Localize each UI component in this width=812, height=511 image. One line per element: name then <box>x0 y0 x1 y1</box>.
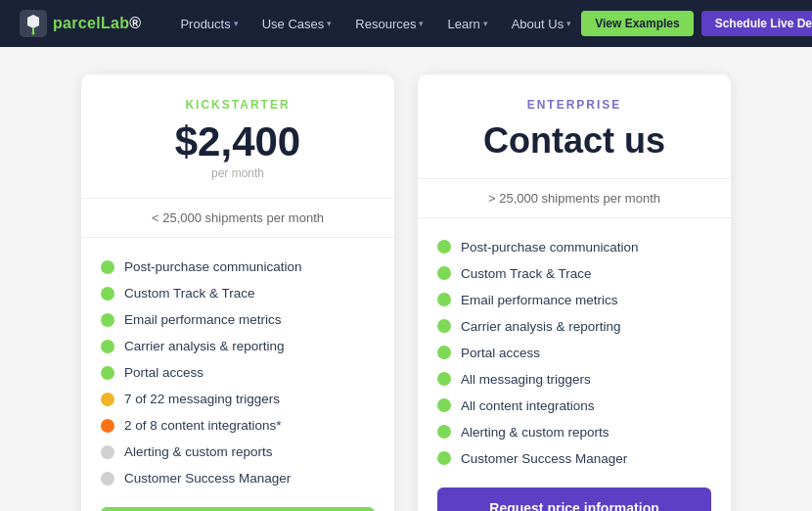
nav-about[interactable]: About Us ▾ <box>502 11 581 37</box>
feature-dot-green <box>101 260 114 274</box>
feature-item: Alerting & custom reports <box>101 439 375 465</box>
feature-dot-green <box>437 398 451 412</box>
feature-dot-green <box>101 366 114 380</box>
kickstarter-card: KICKSTARTER $2,400 per month < 25,000 sh… <box>81 74 394 511</box>
pricing-section: KICKSTARTER $2,400 per month < 25,000 sh… <box>0 47 812 511</box>
feature-item: Post-purchase communication <box>437 234 711 260</box>
feature-item: Customer Success Manager <box>437 445 711 472</box>
feature-dot-gray <box>101 445 114 459</box>
feature-item: All content integrations <box>437 393 711 419</box>
feature-dot-green <box>437 266 451 280</box>
feature-dot-green <box>437 293 451 306</box>
logo[interactable]: parcelLab® <box>20 10 141 37</box>
chevron-down-icon: ▾ <box>566 19 571 28</box>
kickstarter-header: KICKSTARTER $2,400 per month <box>81 74 394 199</box>
navbar: parcelLab® Products ▾ Use Cases ▾ Resour… <box>0 0 812 47</box>
view-examples-button[interactable]: View Examples <box>581 11 694 36</box>
kickstarter-price: $2,400 <box>101 121 375 163</box>
kickstarter-period: per month <box>101 166 375 180</box>
nav-use-cases[interactable]: Use Cases ▾ <box>252 11 342 37</box>
kickstarter-features: Post-purchase communication Custom Track… <box>81 238 394 507</box>
feature-dot-green <box>437 372 451 386</box>
feature-item: Alerting & custom reports <box>437 419 711 445</box>
enterprise-tier-label: ENTERPRISE <box>437 98 711 112</box>
kickstarter-cta-button[interactable]: Schedule live demo <box>101 507 375 511</box>
feature-item: Email performance metrics <box>437 287 711 313</box>
navbar-actions: View Examples Schedule Live Demo EN ▾ <box>581 11 812 36</box>
enterprise-features: Post-purchase communication Custom Track… <box>418 218 731 488</box>
chevron-down-icon: ▾ <box>419 19 424 28</box>
enterprise-header: ENTERPRISE Contact us <box>418 74 731 179</box>
svg-point-1 <box>32 32 35 35</box>
logo-icon <box>20 10 47 37</box>
chevron-down-icon: ▾ <box>234 19 239 28</box>
feature-item: Portal access <box>437 340 711 366</box>
schedule-demo-button[interactable]: Schedule Live Demo <box>701 11 812 36</box>
kickstarter-shipments: < 25,000 shipments per month <box>81 199 394 238</box>
nav-learn[interactable]: Learn ▾ <box>437 11 497 37</box>
feature-dot-green <box>437 346 451 359</box>
enterprise-card: ENTERPRISE Contact us > 25,000 shipments… <box>418 74 731 511</box>
enterprise-cta-button[interactable]: Request price information <box>437 488 711 511</box>
feature-dot-green <box>437 451 451 465</box>
enterprise-contact: Contact us <box>437 121 711 161</box>
navbar-links: Products ▾ Use Cases ▾ Resources ▾ Learn… <box>170 11 581 37</box>
feature-dot-green <box>437 425 451 439</box>
kickstarter-tier-label: KICKSTARTER <box>101 98 375 112</box>
feature-dot-green <box>101 287 114 301</box>
feature-item: Customer Success Manager <box>101 465 375 491</box>
feature-dot-orange <box>101 419 114 433</box>
logo-text: parcelLab® <box>53 15 141 32</box>
enterprise-shipments: > 25,000 shipments per month <box>418 179 731 218</box>
feature-dot-gray <box>101 472 114 486</box>
feature-dot-green <box>101 313 114 327</box>
feature-item: All messaging triggers <box>437 366 711 393</box>
feature-dot-green <box>101 340 114 353</box>
feature-item: Custom Track & Trace <box>437 260 711 287</box>
feature-item: Portal access <box>101 359 375 386</box>
feature-item: Carrier analysis & reporting <box>437 313 711 340</box>
chevron-down-icon: ▾ <box>327 19 332 28</box>
feature-item: Carrier analysis & reporting <box>101 333 375 359</box>
feature-item: 2 of 8 content integrations* <box>101 412 375 439</box>
feature-dot-yellow <box>101 393 114 406</box>
feature-item: Email performance metrics <box>101 306 375 333</box>
kickstarter-footer: Schedule live demo <box>81 507 394 511</box>
feature-item: Custom Track & Trace <box>101 280 375 306</box>
enterprise-footer: Request price information <box>418 488 731 511</box>
feature-item: Post-purchase communication <box>101 254 375 280</box>
feature-item: 7 of 22 messaging triggers <box>101 386 375 412</box>
chevron-down-icon: ▾ <box>483 19 488 28</box>
feature-dot-green <box>437 240 451 254</box>
nav-products[interactable]: Products ▾ <box>170 11 248 37</box>
feature-dot-green <box>437 319 451 333</box>
nav-resources[interactable]: Resources ▾ <box>345 11 433 37</box>
